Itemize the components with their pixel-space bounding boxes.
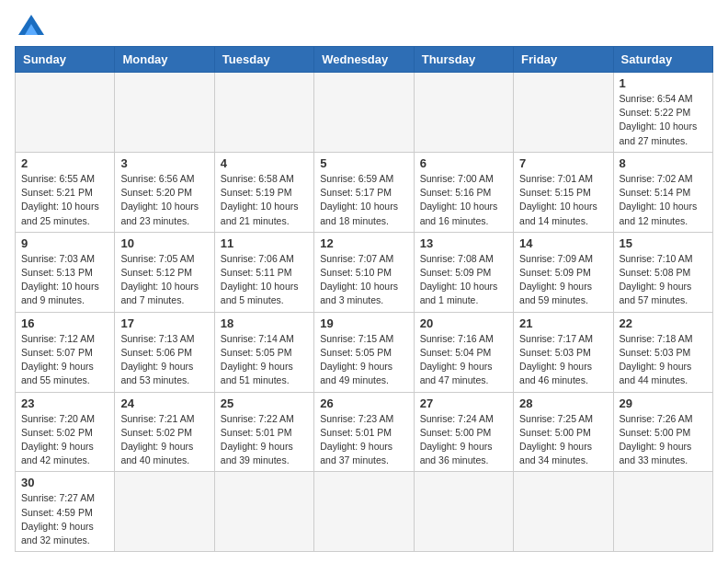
day-number: 7: [519, 156, 607, 170]
day-cell: [414, 472, 513, 552]
day-number: 5: [320, 156, 407, 170]
week-row-2: 2Sunrise: 6:55 AM Sunset: 5:21 PM Daylig…: [16, 152, 713, 232]
day-cell: [414, 73, 513, 153]
day-number: 1: [620, 76, 707, 90]
calendar-header-row: SundayMondayTuesdayWednesdayThursdayFrid…: [16, 47, 713, 73]
day-info: Sunrise: 7:21 AM Sunset: 5:02 PM Dayligh…: [120, 412, 208, 468]
day-cell: 25Sunrise: 7:22 AM Sunset: 5:01 PM Dayli…: [214, 392, 313, 472]
day-info: Sunrise: 7:23 AM Sunset: 5:01 PM Dayligh…: [320, 412, 407, 468]
day-number: 6: [420, 156, 507, 170]
day-number: 10: [120, 236, 208, 250]
day-info: Sunrise: 7:20 AM Sunset: 5:02 PM Dayligh…: [21, 412, 108, 468]
day-cell: [214, 472, 313, 552]
day-cell: 1Sunrise: 6:54 AM Sunset: 5:22 PM Daylig…: [613, 73, 712, 153]
day-number: 21: [519, 316, 607, 330]
day-info: Sunrise: 7:25 AM Sunset: 5:00 PM Dayligh…: [519, 412, 607, 468]
day-info: Sunrise: 6:58 AM Sunset: 5:19 PM Dayligh…: [221, 172, 308, 228]
header-monday: Monday: [115, 47, 214, 73]
day-number: 26: [320, 396, 407, 410]
day-cell: 9Sunrise: 7:03 AM Sunset: 5:13 PM Daylig…: [16, 232, 115, 312]
day-info: Sunrise: 7:09 AM Sunset: 5:09 PM Dayligh…: [519, 252, 607, 308]
day-number: 3: [120, 156, 208, 170]
day-info: Sunrise: 7:06 AM Sunset: 5:11 PM Dayligh…: [221, 252, 308, 308]
week-row-6: 30Sunrise: 7:27 AM Sunset: 4:59 PM Dayli…: [16, 472, 713, 552]
day-cell: 18Sunrise: 7:14 AM Sunset: 5:05 PM Dayli…: [214, 312, 313, 392]
header-friday: Friday: [514, 47, 613, 73]
day-cell: [115, 472, 214, 552]
day-info: Sunrise: 7:13 AM Sunset: 5:06 PM Dayligh…: [120, 332, 208, 388]
week-row-4: 16Sunrise: 7:12 AM Sunset: 5:07 PM Dayli…: [16, 312, 713, 392]
day-info: Sunrise: 6:54 AM Sunset: 5:22 PM Dayligh…: [620, 92, 707, 148]
day-cell: 4Sunrise: 6:58 AM Sunset: 5:19 PM Daylig…: [214, 152, 313, 232]
day-cell: 28Sunrise: 7:25 AM Sunset: 5:00 PM Dayli…: [514, 392, 613, 472]
day-cell: 27Sunrise: 7:24 AM Sunset: 5:00 PM Dayli…: [414, 392, 513, 472]
day-cell: 7Sunrise: 7:01 AM Sunset: 5:15 PM Daylig…: [514, 152, 613, 232]
day-cell: [514, 73, 613, 153]
day-number: 17: [120, 316, 208, 330]
day-cell: [314, 73, 414, 153]
day-number: 4: [221, 156, 308, 170]
day-number: 12: [320, 236, 407, 250]
day-info: Sunrise: 7:22 AM Sunset: 5:01 PM Dayligh…: [221, 412, 308, 468]
header-saturday: Saturday: [613, 47, 712, 73]
week-row-3: 9Sunrise: 7:03 AM Sunset: 5:13 PM Daylig…: [16, 232, 713, 312]
day-cell: [314, 472, 414, 552]
header-tuesday: Tuesday: [214, 47, 313, 73]
day-info: Sunrise: 6:55 AM Sunset: 5:21 PM Dayligh…: [21, 172, 108, 228]
day-cell: [16, 73, 115, 153]
header-sunday: Sunday: [16, 47, 115, 73]
day-info: Sunrise: 7:05 AM Sunset: 5:12 PM Dayligh…: [120, 252, 208, 308]
day-number: 2: [21, 156, 108, 170]
day-info: Sunrise: 7:16 AM Sunset: 5:04 PM Dayligh…: [420, 332, 507, 388]
day-info: Sunrise: 6:56 AM Sunset: 5:20 PM Dayligh…: [120, 172, 208, 228]
day-cell: 14Sunrise: 7:09 AM Sunset: 5:09 PM Dayli…: [514, 232, 613, 312]
day-info: Sunrise: 7:12 AM Sunset: 5:07 PM Dayligh…: [21, 332, 108, 388]
day-cell: 22Sunrise: 7:18 AM Sunset: 5:03 PM Dayli…: [613, 312, 712, 392]
day-number: 8: [620, 156, 707, 170]
day-number: 23: [21, 396, 108, 410]
day-number: 19: [320, 316, 407, 330]
header-thursday: Thursday: [414, 47, 513, 73]
day-number: 22: [620, 316, 707, 330]
day-cell: 20Sunrise: 7:16 AM Sunset: 5:04 PM Dayli…: [414, 312, 513, 392]
day-cell: 3Sunrise: 6:56 AM Sunset: 5:20 PM Daylig…: [115, 152, 214, 232]
day-number: 25: [221, 396, 308, 410]
day-number: 9: [21, 236, 108, 250]
day-cell: [115, 73, 214, 153]
logo: [15, 15, 44, 35]
day-cell: 10Sunrise: 7:05 AM Sunset: 5:12 PM Dayli…: [115, 232, 214, 312]
day-number: 18: [221, 316, 308, 330]
day-info: Sunrise: 7:07 AM Sunset: 5:10 PM Dayligh…: [320, 252, 407, 308]
day-info: Sunrise: 7:27 AM Sunset: 4:59 PM Dayligh…: [21, 491, 108, 547]
day-info: Sunrise: 7:14 AM Sunset: 5:05 PM Dayligh…: [221, 332, 308, 388]
day-number: 27: [420, 396, 507, 410]
day-cell: 12Sunrise: 7:07 AM Sunset: 5:10 PM Dayli…: [314, 232, 414, 312]
header-wednesday: Wednesday: [314, 47, 414, 73]
day-cell: 11Sunrise: 7:06 AM Sunset: 5:11 PM Dayli…: [214, 232, 313, 312]
week-row-1: 1Sunrise: 6:54 AM Sunset: 5:22 PM Daylig…: [16, 73, 713, 153]
day-cell: 23Sunrise: 7:20 AM Sunset: 5:02 PM Dayli…: [16, 392, 115, 472]
day-cell: 26Sunrise: 7:23 AM Sunset: 5:01 PM Dayli…: [314, 392, 414, 472]
day-info: Sunrise: 7:26 AM Sunset: 5:00 PM Dayligh…: [620, 412, 707, 468]
day-info: Sunrise: 7:08 AM Sunset: 5:09 PM Dayligh…: [420, 252, 507, 308]
day-info: Sunrise: 6:59 AM Sunset: 5:17 PM Dayligh…: [320, 172, 407, 228]
day-cell: [514, 472, 613, 552]
day-info: Sunrise: 7:02 AM Sunset: 5:14 PM Dayligh…: [620, 172, 707, 228]
day-info: Sunrise: 7:03 AM Sunset: 5:13 PM Dayligh…: [21, 252, 108, 308]
day-info: Sunrise: 7:18 AM Sunset: 5:03 PM Dayligh…: [620, 332, 707, 388]
day-info: Sunrise: 7:24 AM Sunset: 5:00 PM Dayligh…: [420, 412, 507, 468]
day-cell: 15Sunrise: 7:10 AM Sunset: 5:08 PM Dayli…: [613, 232, 712, 312]
day-cell: 5Sunrise: 6:59 AM Sunset: 5:17 PM Daylig…: [314, 152, 414, 232]
day-cell: 8Sunrise: 7:02 AM Sunset: 5:14 PM Daylig…: [613, 152, 712, 232]
day-cell: 6Sunrise: 7:00 AM Sunset: 5:16 PM Daylig…: [414, 152, 513, 232]
week-row-5: 23Sunrise: 7:20 AM Sunset: 5:02 PM Dayli…: [16, 392, 713, 472]
day-number: 30: [21, 476, 108, 489]
day-info: Sunrise: 7:00 AM Sunset: 5:16 PM Dayligh…: [420, 172, 507, 228]
logo-icon: [18, 15, 44, 35]
day-cell: [214, 73, 313, 153]
day-number: 14: [519, 236, 607, 250]
day-cell: 2Sunrise: 6:55 AM Sunset: 5:21 PM Daylig…: [16, 152, 115, 232]
day-cell: 19Sunrise: 7:15 AM Sunset: 5:05 PM Dayli…: [314, 312, 414, 392]
day-info: Sunrise: 7:15 AM Sunset: 5:05 PM Dayligh…: [320, 332, 407, 388]
day-cell: 24Sunrise: 7:21 AM Sunset: 5:02 PM Dayli…: [115, 392, 214, 472]
